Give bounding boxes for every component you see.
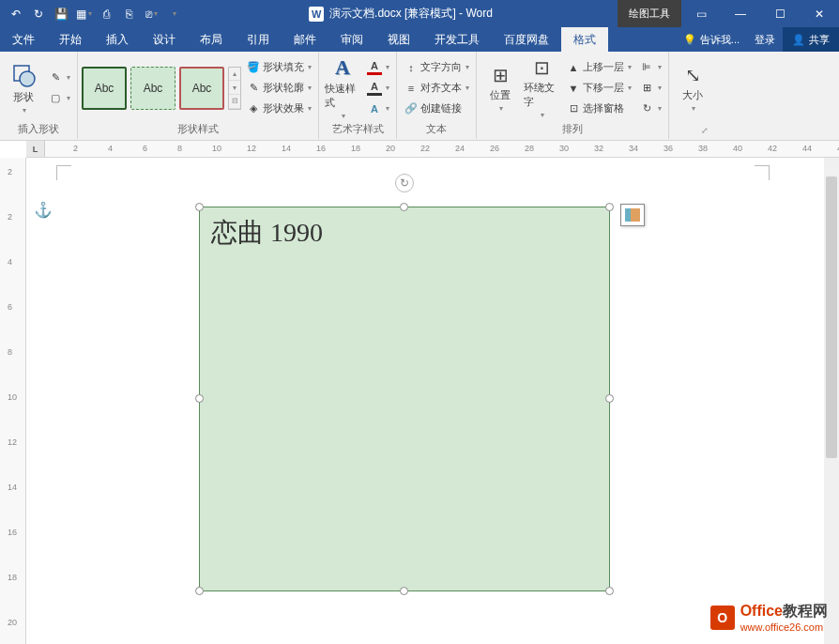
tab-layout[interactable]: 布局 (188, 27, 235, 52)
align-text-label: 对齐文本 (420, 81, 462, 95)
vertical-ruler[interactable]: 22468101214161820 (0, 158, 26, 644)
tab-review[interactable]: 审阅 (328, 27, 375, 52)
style-preset-2[interactable]: Abc (130, 67, 175, 110)
effects-icon: ◈ (246, 101, 261, 116)
shape-style-gallery[interactable]: Abc Abc Abc ▴ ▾ ⊟ (82, 67, 241, 110)
group-text: ↕文字方向▾ ≡对齐文本▾ 🔗创建链接 文本 (397, 52, 477, 139)
ruler-tick: 8 (177, 144, 182, 153)
link-label: 创建链接 (420, 101, 462, 115)
quick-styles-button[interactable]: A 快速样式 ▾ (323, 54, 362, 122)
scrollbar-thumb[interactable] (826, 176, 837, 458)
selection-pane-button[interactable]: ⊡选择窗格 (563, 99, 634, 119)
gallery-more[interactable]: ⊟ (229, 95, 240, 109)
tab-format[interactable]: 格式 (561, 27, 608, 52)
text-effects-button[interactable]: A▾ (364, 99, 392, 119)
tab-home[interactable]: 开始 (47, 27, 94, 52)
tab-mailings[interactable]: 邮件 (282, 27, 328, 52)
rotate-handle[interactable]: ↻ (395, 174, 414, 192)
resize-handle-br[interactable] (605, 587, 614, 595)
size-button[interactable]: ⤡ 大小 ▾ (673, 62, 712, 115)
ruler-tick: 12 (8, 437, 17, 447)
maximize-button[interactable]: ☐ (760, 0, 800, 27)
resize-handle-tr[interactable] (605, 203, 614, 211)
preview-button[interactable]: ⎙ (96, 4, 116, 24)
tell-me-button[interactable]: 💡 告诉我... (676, 27, 747, 52)
close-button[interactable]: ✕ (800, 0, 839, 27)
tab-view[interactable]: 视图 (375, 27, 422, 52)
bring-forward-button[interactable]: ▲上移一层▾ (563, 57, 634, 78)
custom2-button[interactable]: ⎚▾ (141, 4, 161, 24)
resize-handle-tm[interactable] (400, 203, 408, 211)
ruler-corner[interactable]: L (26, 141, 45, 158)
style-preset-1[interactable]: Abc (82, 67, 127, 110)
position-button[interactable]: ⊞ 位置 ▾ (481, 62, 520, 115)
ribbon-tabs: 文件 开始 插入 设计 布局 引用 邮件 审阅 视图 开发工具 百度网盘 格式 … (0, 27, 839, 52)
share-button[interactable]: 👤 共享 (783, 27, 839, 52)
group-label-arrange: 排列 (481, 122, 664, 137)
custom1-button[interactable]: ⎘ (118, 4, 139, 24)
shape-outline-button[interactable]: ✎形状轮廓▾ (243, 78, 314, 99)
selected-shape[interactable]: 恋曲 1990 ↻ (199, 207, 610, 591)
text-outline-button[interactable]: A▾ (364, 78, 392, 99)
shape-effects-button[interactable]: ◈形状效果▾ (243, 99, 314, 119)
minimize-button[interactable]: — (721, 0, 760, 27)
resize-handle-tl[interactable] (195, 203, 204, 211)
qat-more-button[interactable]: ▾ (163, 4, 184, 24)
selection-label: 选择窗格 (583, 101, 624, 115)
watermark-brand2: 教程网 (783, 603, 828, 619)
text-direction-button[interactable]: ↕文字方向▾ (401, 57, 472, 78)
size-label: 大小 (682, 88, 703, 102)
vertical-scrollbar[interactable] (824, 158, 839, 644)
login-button[interactable]: 登录 (747, 27, 783, 52)
ruler-tick: 18 (351, 144, 360, 153)
undo-button[interactable]: ↶ (6, 4, 26, 24)
shape-text[interactable]: 恋曲 1990 (200, 207, 609, 258)
resize-handle-mr[interactable] (605, 394, 614, 403)
shape-fill-button[interactable]: 🪣形状填充▾ (243, 57, 314, 78)
document-area[interactable]: ⚓ 恋曲 1990 ↻ (26, 158, 824, 644)
group-insert-shapes: 形状 ▾ ✎▾ ▢▾ 插入形状 (0, 52, 78, 139)
style-preset-3[interactable]: Abc (179, 67, 224, 110)
new-button[interactable]: ▦▾ (73, 4, 94, 24)
save-button[interactable]: 💾 (51, 4, 71, 24)
ruler-tick: 28 (525, 144, 534, 153)
ribbon-options-button[interactable]: ▭ (681, 0, 721, 27)
edit-shape-button[interactable]: ✎▾ (45, 68, 73, 88)
quick-access-toolbar: ↶ ↻ 💾 ▦▾ ⎙ ⎘ ⎚▾ ▾ (0, 4, 184, 24)
size-launcher[interactable]: ⤢ (699, 125, 710, 136)
resize-handle-bm[interactable] (400, 587, 408, 595)
resize-handle-bl[interactable] (195, 587, 204, 595)
svg-point-1 (20, 71, 35, 86)
group-label-size: ⤢ (673, 122, 712, 137)
rotate-button[interactable]: ↻▾ (636, 99, 664, 119)
tab-references[interactable]: 引用 (235, 27, 282, 52)
gallery-scroll: ▴ ▾ ⊟ (228, 67, 241, 110)
ruler-tick: 32 (594, 144, 603, 153)
wrap-text-button[interactable]: ⊡ 环绕文字 ▾ (522, 54, 561, 121)
tab-baidu[interactable]: 百度网盘 (492, 27, 561, 52)
backward-label: 下移一层 (583, 81, 624, 95)
ruler-tick: 34 (629, 144, 638, 153)
ruler-tick: 38 (698, 144, 708, 153)
tab-design[interactable]: 设计 (141, 27, 188, 52)
align-button[interactable]: ⊫▾ (636, 57, 664, 78)
tab-file[interactable]: 文件 (0, 27, 47, 52)
text-box-button[interactable]: ▢▾ (45, 88, 73, 109)
align-text-button[interactable]: ≡对齐文本▾ (401, 78, 472, 99)
group-button[interactable]: ⊞▾ (636, 78, 664, 99)
create-link-button[interactable]: 🔗创建链接 (401, 99, 472, 119)
redo-button[interactable]: ↻ (28, 4, 49, 24)
gallery-up[interactable]: ▴ (229, 68, 240, 82)
gallery-down[interactable]: ▾ (229, 81, 240, 95)
watermark-brand1: Office (740, 603, 783, 619)
layout-options-button[interactable] (620, 204, 645, 226)
tab-insert[interactable]: 插入 (94, 27, 141, 52)
horizontal-ruler[interactable]: L 24681012141618202224262830323436384042… (26, 141, 839, 158)
shapes-button[interactable]: 形状 ▾ (4, 60, 43, 116)
window-title: W 演示文档.docx [兼容模式] - Word (184, 6, 618, 22)
tab-developer[interactable]: 开发工具 (422, 27, 492, 52)
ruler-tick: 14 (282, 144, 291, 153)
resize-handle-ml[interactable] (195, 394, 204, 403)
text-fill-button[interactable]: A▾ (364, 57, 392, 78)
send-backward-button[interactable]: ▼下移一层▾ (563, 78, 634, 99)
